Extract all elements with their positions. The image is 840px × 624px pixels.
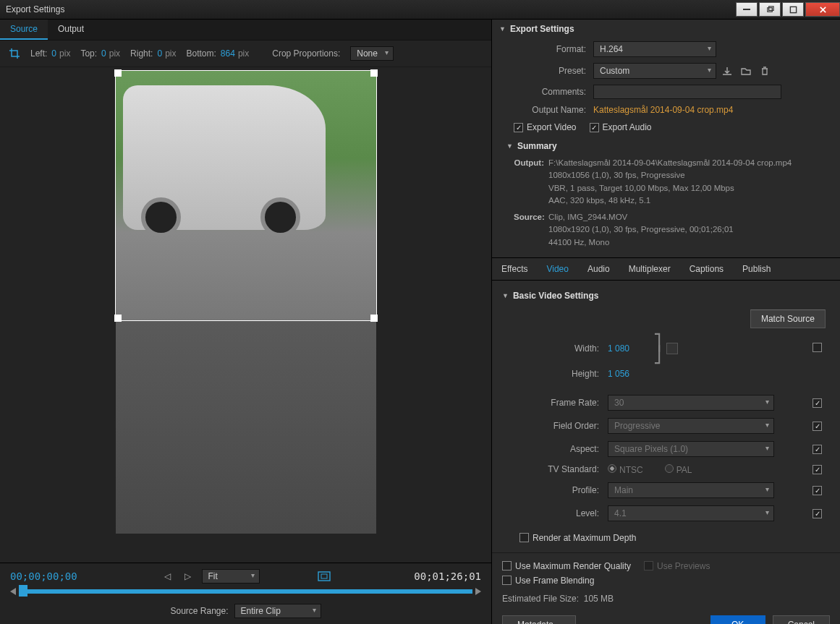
match-source-button[interactable]: Match Source (750, 309, 826, 328)
crop-top-value[interactable]: 0 (101, 48, 106, 59)
tab-multiplexer[interactable]: Multiplexer (619, 258, 680, 280)
summary-source-key: Source: (514, 211, 548, 249)
tab-effects[interactable]: Effects (492, 258, 537, 280)
crop-left-value[interactable]: 0 (51, 48, 56, 59)
crop-bottom-value[interactable]: 864 (221, 48, 235, 59)
est-size-value: 105 MB (584, 594, 614, 604)
restore-button[interactable] (759, 2, 781, 17)
crop-top-label: Top: (80, 48, 97, 59)
preview-area[interactable] (0, 67, 491, 563)
max-render-quality-checkbox[interactable]: Use Maximum Render Quality (502, 561, 631, 571)
crop-selection[interactable] (116, 71, 376, 320)
export-video-checkbox[interactable]: Export Video (514, 122, 577, 132)
output-name-link[interactable]: Katteslagsmål 2014-09-04 crop.mp4 (593, 105, 733, 115)
preset-select[interactable]: Custom (593, 63, 716, 79)
svg-rect-1 (768, 6, 773, 9)
svg-rect-3 (318, 572, 330, 581)
fieldorder-label: Field Order: (506, 421, 608, 431)
level-label: Level: (506, 508, 608, 518)
aspect-label: Aspect: (506, 444, 608, 454)
aspect-ratio-icon[interactable] (318, 571, 331, 581)
framerate-label: Frame Rate: (506, 398, 608, 408)
summary-output-value: F:\Katteslagsmål 2014-09-04\Katteslagsmå… (548, 157, 833, 207)
out-timecode: 00;01;26;01 (414, 570, 481, 582)
summary-heading[interactable]: Summary (492, 137, 840, 155)
level-select[interactable]: 4.1 (608, 505, 774, 521)
delete-preset-icon[interactable] (757, 64, 773, 78)
profile-select[interactable]: Main (608, 482, 774, 498)
height-label: Height: (506, 369, 608, 379)
zoom-fit-select[interactable]: Fit (202, 569, 260, 584)
crop-proportions-label: Crop Proportions: (272, 48, 340, 59)
window-title: Export Settings (6, 4, 734, 14)
import-preset-icon[interactable] (738, 64, 754, 78)
format-select[interactable]: H.264 (593, 41, 716, 57)
render-max-depth-checkbox[interactable]: Render at Maximum Depth (519, 533, 636, 543)
cancel-button[interactable]: Cancel (773, 615, 830, 624)
basic-video-heading[interactable]: Basic Video Settings (499, 286, 833, 305)
minimize-button[interactable] (736, 2, 758, 17)
tab-video[interactable]: Video (537, 258, 577, 280)
link-dimensions-icon[interactable]: ⎤⎦ (653, 336, 662, 362)
comments-input[interactable] (593, 85, 781, 99)
ok-button[interactable]: OK (710, 615, 765, 624)
step-back-icon[interactable]: ◁ (161, 571, 174, 581)
crop-right-value[interactable]: 0 (157, 48, 162, 59)
aspect-match-checkbox[interactable] (813, 445, 822, 454)
preview-canvas (116, 71, 376, 534)
step-fwd-icon[interactable]: ▷ (182, 571, 195, 581)
metadata-button[interactable]: Metadata... (502, 615, 576, 624)
tab-source[interactable]: Source (0, 20, 48, 40)
settings-tabs: Effects Video Audio Multiplexer Captions… (492, 257, 840, 281)
aspect-select[interactable]: Square Pixels (1.0) (608, 441, 774, 457)
profile-label: Profile: (506, 485, 608, 495)
width-match-checkbox[interactable] (813, 343, 822, 352)
width-label: Width: (506, 343, 608, 354)
preview-tabs: Source Output (0, 20, 491, 40)
frame-blending-checkbox[interactable]: Use Frame Blending (502, 576, 594, 586)
fieldorder-match-checkbox[interactable] (813, 422, 822, 431)
playhead[interactable] (19, 585, 27, 597)
tv-ntsc-radio[interactable]: NTSC (608, 464, 643, 475)
close-button[interactable] (805, 2, 840, 17)
framerate-select[interactable]: 30 (608, 395, 774, 411)
tab-captions[interactable]: Captions (680, 258, 733, 280)
export-settings-heading[interactable]: Export Settings (492, 20, 840, 38)
output-name-label: Output Name: (499, 105, 593, 115)
est-size-label: Estimated File Size: (502, 594, 579, 604)
source-range-select[interactable]: Entire Clip (234, 604, 321, 618)
tvstd-match-checkbox[interactable] (813, 465, 822, 474)
in-timecode[interactable]: 00;00;00;00 (10, 570, 77, 582)
profile-match-checkbox[interactable] (813, 486, 822, 495)
export-audio-checkbox[interactable]: Export Audio (590, 122, 652, 132)
tab-audio[interactable]: Audio (578, 258, 619, 280)
crop-proportions-select[interactable]: None (350, 46, 394, 61)
format-label: Format: (499, 44, 593, 54)
tab-publish[interactable]: Publish (733, 258, 780, 280)
svg-rect-0 (767, 7, 771, 12)
titlebar: Export Settings (0, 0, 840, 20)
tab-output[interactable]: Output (48, 20, 94, 40)
source-range-label: Source Range: (170, 606, 228, 616)
tv-pal-radio[interactable]: PAL (665, 464, 692, 475)
framerate-match-checkbox[interactable] (813, 398, 822, 408)
use-previews-checkbox: Use Previews (644, 561, 710, 571)
crop-right-label: Right: (130, 48, 153, 59)
fieldorder-select[interactable]: Progressive (608, 418, 774, 434)
crop-controls: Left: 0 pix Top: 0 pix Right: 0 pix Bott… (0, 40, 491, 67)
preset-label: Preset: (499, 66, 593, 76)
save-preset-icon[interactable] (719, 64, 735, 78)
link-toggle[interactable] (666, 343, 678, 354)
crop-left-label: Left: (30, 48, 47, 59)
crop-icon[interactable] (9, 48, 20, 59)
svg-rect-2 (790, 7, 796, 12)
width-value[interactable]: 1 080 (608, 343, 644, 354)
summary-output-key: Output: (514, 157, 548, 207)
timeline-slider[interactable] (10, 588, 481, 595)
height-value[interactable]: 1 056 (608, 369, 644, 379)
tvstd-label: TV Standard: (506, 464, 608, 474)
svg-rect-4 (321, 574, 327, 578)
level-match-checkbox[interactable] (813, 509, 822, 518)
maximize-button[interactable] (782, 2, 804, 17)
comments-label: Comments: (499, 87, 593, 97)
